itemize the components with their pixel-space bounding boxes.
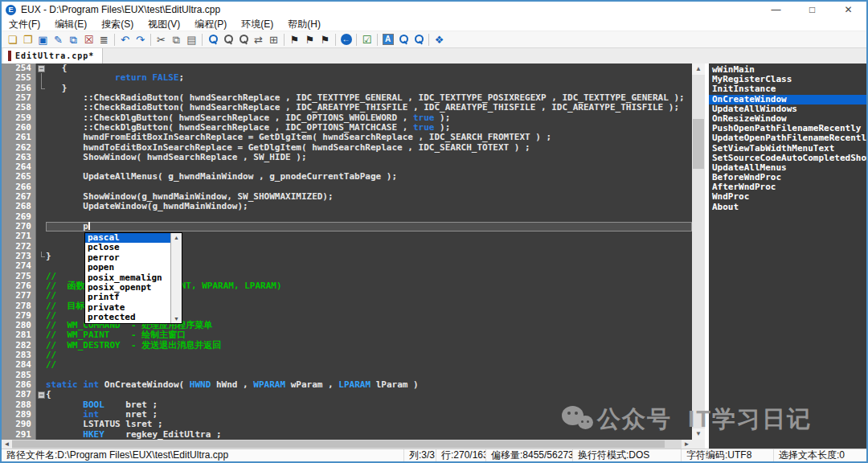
function-list-item[interactable]: WndProc <box>709 192 866 202</box>
toolbar-separator <box>356 34 357 46</box>
scroll-down-icon[interactable]: ▼ <box>692 428 705 440</box>
function-list-item[interactable]: UpdateAllMenus <box>709 163 866 173</box>
vertical-scroll-thumb[interactable] <box>693 119 704 169</box>
next-bookmark-button[interactable]: ⚑› <box>317 32 333 47</box>
toggle-bookmark-icon: ⚑ <box>290 35 300 45</box>
close-button[interactable]: ✕ <box>830 2 866 18</box>
function-list-item[interactable]: wWinMain <box>709 65 866 75</box>
function-list-item[interactable]: BeforeWndProc <box>709 173 866 182</box>
find-button[interactable] <box>205 32 220 47</box>
function-list-item[interactable]: AfterWndProc <box>709 182 866 192</box>
line-number: 255 <box>2 73 35 83</box>
menu-item-3[interactable]: 视图(V) <box>141 18 187 31</box>
options-list-icon: ☑ <box>362 35 372 45</box>
autocomplete-scrollbar[interactable]: ▲ ▼ <box>170 233 182 323</box>
function-list-item[interactable]: SetSourceCodeAutoCompletedShowAf <box>709 154 866 163</box>
autocomplete-item[interactable]: pclose <box>85 243 170 252</box>
editor-horizontal-scrollbar[interactable]: ◄ ► <box>2 440 692 449</box>
autocomplete-item[interactable]: printf <box>85 293 170 302</box>
previous-bookmark-button[interactable]: ⚑‹ <box>302 32 317 47</box>
fold-cell <box>36 182 46 192</box>
toolbar: ❏❐▣✎⧉☒≣↶↷✂⧉▤‹›⇄⊞⚑⚑‹⚑›←☑A+−❖ <box>2 31 866 48</box>
tab-editultra-cpp[interactable]: EditUltra.cpp* <box>3 48 103 64</box>
scroll-left-icon[interactable]: ◄ <box>2 440 12 449</box>
code-token: // <box>46 359 56 370</box>
toolbar-separator <box>114 34 115 46</box>
toggle-bookmark-button[interactable]: ⚑ <box>287 32 302 47</box>
code-line[interactable]: UpdateAllMenus( g_hwndMainWindow , g_pno… <box>46 172 692 182</box>
fold-cell <box>36 380 46 390</box>
minimize-button[interactable]: — <box>758 2 794 18</box>
toolbar-separator <box>335 34 336 46</box>
zoom-in-button[interactable]: + <box>395 32 411 47</box>
menu-item-1[interactable]: 编辑(E) <box>47 18 94 31</box>
save-file-as-button[interactable]: ✎ <box>51 32 66 47</box>
find-next-button[interactable]: › <box>235 32 251 47</box>
code-line[interactable]: static int OnCreateWindow( HWND hWnd , W… <box>46 380 692 390</box>
save-all-files-button[interactable]: ⧉ <box>66 32 81 47</box>
maximize-button[interactable]: □ <box>794 2 830 18</box>
function-list-item[interactable]: PushOpenPathFilenameRecently <box>709 124 866 133</box>
function-list-item[interactable]: InitInstance <box>709 84 866 94</box>
options-list-button[interactable]: ☑ <box>359 32 375 47</box>
scroll-up-icon[interactable]: ▲ <box>171 235 182 240</box>
status-segment-4: 换行符模式:DOS <box>572 449 681 461</box>
redo-button[interactable]: ↷ <box>133 32 148 47</box>
code-line[interactable]: // WM_DESTROY - 发送退出消息并返回 <box>46 341 692 350</box>
code-line[interactable]: HKEY regkey_EditUltra ; <box>46 430 692 440</box>
cut-button[interactable]: ✂ <box>154 32 169 47</box>
menu-item-6[interactable]: 帮助(H) <box>280 18 328 31</box>
function-list-item[interactable]: UpdateOpenPathFilenameRecently <box>709 133 866 143</box>
scroll-right-icon[interactable]: ► <box>682 440 692 449</box>
function-list-item[interactable]: MyRegisterClass <box>709 75 866 84</box>
find-previous-button[interactable]: ‹ <box>220 32 235 47</box>
horizontal-scroll-thumb[interactable] <box>12 440 665 448</box>
code-line[interactable]: // <box>46 360 692 370</box>
open-file-button[interactable]: ❐ <box>20 32 35 47</box>
autocomplete-item[interactable]: protected <box>85 313 170 322</box>
new-file-button[interactable]: ❏ <box>5 32 20 47</box>
app-icon: E <box>6 5 16 15</box>
copy-button[interactable]: ⧉ <box>169 32 184 47</box>
function-list-item[interactable]: SetViewTabWidthMenuText <box>709 144 866 154</box>
syntax-color-button[interactable]: A <box>380 32 395 47</box>
function-list-item[interactable]: OnResizeWindow <box>709 114 866 124</box>
function-list-item[interactable]: UpdateAllWindows <box>709 104 866 114</box>
code-line[interactable]: UpdateWindow(g_hwndMainWindow); <box>46 202 692 211</box>
go-back-button[interactable]: ← <box>338 32 354 47</box>
code-line[interactable]: ShowWindow( hwndSearchReplace , SW_HIDE … <box>46 153 692 162</box>
code-line[interactable]: // <box>46 350 692 360</box>
go-back-icon: ← <box>341 34 352 45</box>
scroll-up-icon[interactable]: ▲ <box>692 64 705 75</box>
menu-item-4[interactable]: 编程(P) <box>187 18 234 31</box>
code-line[interactable] <box>46 212 692 222</box>
save-file-button[interactable]: ▣ <box>35 32 51 47</box>
menu-item-0[interactable]: 文件(F) <box>2 18 47 31</box>
scroll-down-icon[interactable]: ▼ <box>171 316 182 322</box>
line-number: 274 <box>2 261 35 271</box>
file-list-button[interactable]: ≣ <box>96 32 112 47</box>
undo-button[interactable]: ↶ <box>117 32 133 47</box>
function-list-item[interactable]: About <box>709 203 866 212</box>
current-code-line[interactable]: p <box>46 222 692 232</box>
fold-cell <box>36 261 46 271</box>
replace-button[interactable]: ⇄ <box>251 32 266 47</box>
fold-cell <box>36 143 46 153</box>
zoom-out-button[interactable]: − <box>411 32 426 47</box>
code-line[interactable]: return FALSE; <box>46 73 692 83</box>
fold-cell <box>36 93 46 103</box>
close-file-button[interactable]: ☒ <box>81 32 96 47</box>
about-button[interactable]: ❖ <box>432 32 447 47</box>
menu-item-2[interactable]: 搜索(S) <box>94 18 141 31</box>
code-token: true <box>413 122 435 133</box>
fold-guide-end <box>41 252 42 257</box>
function-list-item[interactable]: OnCreateWindow <box>709 95 866 104</box>
paste-button[interactable]: ▤ <box>184 32 199 47</box>
replace-in-files-button[interactable]: ⊞ <box>266 32 281 47</box>
menu-item-5[interactable]: 环境(E) <box>234 18 280 31</box>
fold-collapse-icon[interactable]: − <box>38 391 45 399</box>
zoom-in-icon <box>398 34 409 45</box>
autocomplete-item[interactable]: popen <box>85 263 170 272</box>
editor-vertical-scrollbar[interactable]: ▲ ▼ <box>692 64 705 440</box>
fold-collapse-icon[interactable]: − <box>38 65 45 72</box>
